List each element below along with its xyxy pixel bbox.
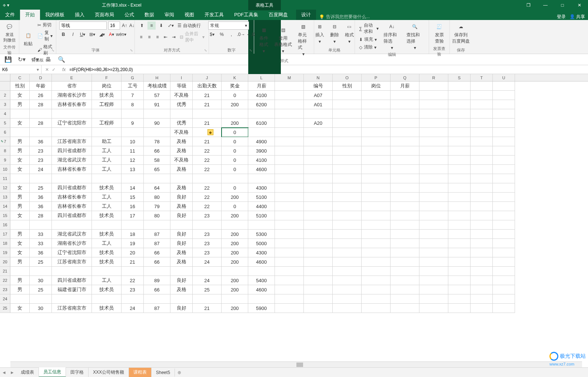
col-header-T[interactable]: T	[471, 74, 493, 81]
cell[interactable]	[10, 109, 30, 119]
cell[interactable]	[275, 100, 304, 109]
cell[interactable]	[471, 285, 493, 294]
tab-layout[interactable]: 页面布局	[90, 10, 119, 20]
cell[interactable]	[448, 285, 471, 294]
cell[interactable]	[304, 137, 333, 146]
cell[interactable]	[333, 156, 362, 165]
cell[interactable]	[122, 294, 144, 304]
cell[interactable]: 男	[10, 285, 30, 294]
cell[interactable]: A07	[304, 91, 333, 100]
cell[interactable]	[304, 211, 333, 220]
header-cell[interactable]	[448, 81, 471, 91]
fx-icon[interactable]: fx	[62, 67, 66, 72]
cell[interactable]	[419, 257, 448, 267]
cell[interactable]	[391, 165, 419, 174]
cell[interactable]	[391, 109, 419, 119]
cell[interactable]	[391, 211, 419, 220]
cell[interactable]	[333, 137, 362, 146]
cell[interactable]: 28	[30, 100, 52, 109]
cell[interactable]: 25	[193, 285, 222, 294]
save-baidu-button[interactable]: ☁保存到 百度网盘	[450, 21, 472, 45]
cell[interactable]	[275, 183, 304, 193]
cell[interactable]	[391, 304, 419, 313]
cell[interactable]	[248, 220, 275, 230]
autosum-button[interactable]: ∑ 自动求和 ▾	[358, 22, 380, 35]
cell[interactable]: 女	[10, 304, 30, 313]
col-header-K[interactable]: K	[222, 74, 248, 81]
bold-icon[interactable]: B	[59, 30, 67, 39]
smart-tag-icon[interactable]: ◆	[207, 129, 213, 135]
fill-button[interactable]: ⬇ 填充 ▾	[358, 36, 380, 43]
cell[interactable]	[448, 100, 471, 109]
cell[interactable]	[275, 276, 304, 285]
tab-formulas[interactable]: 公式	[119, 10, 139, 20]
cell[interactable]: 不及格	[170, 91, 193, 100]
cell[interactable]	[122, 220, 144, 230]
cell[interactable]: 24	[30, 165, 52, 174]
cell[interactable]: 36	[30, 137, 52, 146]
tab-dev[interactable]: 开发工具	[199, 10, 229, 20]
col-header-G[interactable]: G	[122, 74, 144, 81]
cell[interactable]: 200	[222, 119, 248, 128]
cell[interactable]: 6200	[248, 100, 275, 109]
cell[interactable]: 女	[10, 91, 30, 100]
cell[interactable]	[493, 257, 515, 267]
cell[interactable]	[304, 304, 333, 313]
cell[interactable]	[493, 294, 515, 304]
formula-input[interactable]: =IF(OR(H6>=80,J6>=23),200,0)	[66, 67, 588, 72]
cell[interactable]	[419, 109, 448, 119]
cell[interactable]	[471, 239, 493, 248]
col-header-J[interactable]: J	[193, 74, 222, 81]
cell[interactable]	[193, 220, 222, 230]
comma-icon[interactable]: ,	[227, 30, 236, 39]
sheet-nav-next-icon[interactable]: ►	[8, 370, 16, 375]
header-cell[interactable]	[419, 81, 448, 91]
sort-filter-button[interactable]: A↓排序和筛选▾	[381, 21, 403, 51]
header-cell[interactable]: 性别	[10, 81, 30, 91]
header-cell[interactable]: 月薪	[391, 81, 419, 91]
cell[interactable]: 7	[122, 91, 144, 100]
cell[interactable]: 23	[30, 156, 52, 165]
cell[interactable]	[493, 119, 515, 128]
align-right-icon[interactable]: ≡	[154, 33, 161, 41]
sheet-tab-1[interactable]: 成绩表	[16, 368, 39, 377]
cell[interactable]	[391, 146, 419, 156]
tell-me[interactable]: 💡告诉我您想要做什么...	[319, 14, 370, 20]
cell[interactable]	[448, 137, 471, 146]
cell[interactable]	[493, 137, 515, 146]
cell[interactable]	[92, 128, 122, 137]
cell[interactable]	[391, 183, 419, 193]
header-cell[interactable]	[471, 81, 493, 91]
row-header[interactable]: 11	[0, 174, 10, 183]
cell[interactable]: 22	[193, 193, 222, 202]
cell[interactable]: 优秀	[170, 119, 193, 128]
cell[interactable]: 4600	[248, 285, 275, 294]
cell[interactable]: 男	[10, 193, 30, 202]
cell[interactable]	[304, 156, 333, 165]
cell[interactable]	[144, 174, 170, 183]
cell[interactable]	[493, 100, 515, 109]
cell[interactable]: 30	[30, 304, 52, 313]
cell[interactable]	[333, 276, 362, 285]
cell[interactable]	[391, 267, 419, 276]
cell[interactable]: 11	[122, 146, 144, 156]
cell[interactable]: 22	[193, 165, 222, 174]
cell[interactable]	[391, 276, 419, 285]
cell[interactable]	[275, 220, 304, 230]
cell[interactable]	[419, 183, 448, 193]
cell[interactable]	[333, 109, 362, 119]
cell[interactable]	[333, 193, 362, 202]
header-cell[interactable]: 年龄	[30, 81, 52, 91]
header-cell[interactable]: 岗位	[92, 81, 122, 91]
header-cell[interactable]: 考核成绩	[144, 81, 170, 91]
cell[interactable]	[419, 119, 448, 128]
cell[interactable]	[122, 109, 144, 119]
cell[interactable]	[448, 239, 471, 248]
cell[interactable]: 福建省厦门市	[52, 285, 92, 294]
cell[interactable]: 0	[222, 183, 248, 193]
header-cell[interactable]	[275, 81, 304, 91]
cell[interactable]: 4600	[248, 165, 275, 174]
name-box[interactable]: K6▾	[0, 65, 41, 74]
cell[interactable]: 5000	[248, 239, 275, 248]
cell[interactable]: 200	[222, 285, 248, 294]
